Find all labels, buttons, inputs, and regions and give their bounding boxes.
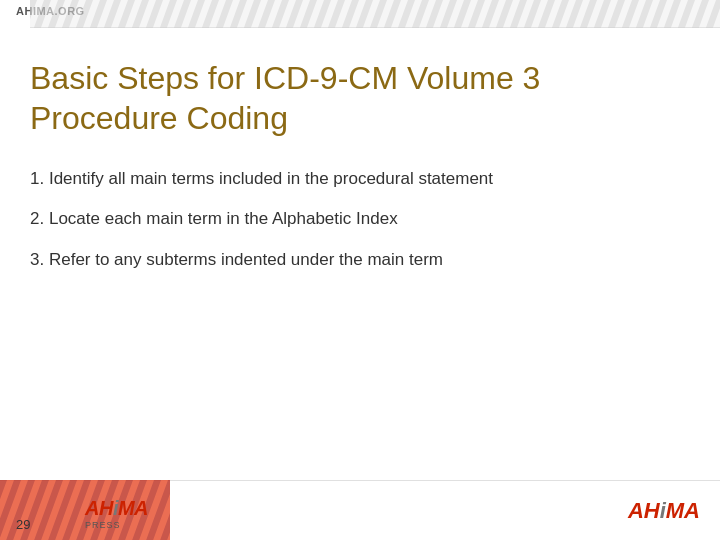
- bottom-bar: 29 AHiMA PRESS AHiMA: [0, 480, 720, 540]
- slide-title: Basic Steps for ICD-9-CM Volume 3 Proced…: [30, 58, 690, 138]
- press-label: PRESS: [85, 520, 121, 530]
- page-number: 29: [16, 517, 30, 532]
- top-bar: AHIMA.ORG: [0, 0, 720, 28]
- top-diagonal-pattern: [30, 0, 720, 28]
- ahima-press-logo: AHiMA PRESS: [85, 497, 148, 530]
- step-2: 2. Locate each main term in the Alphabet…: [30, 206, 690, 232]
- ahima-press-logo-text: AHiMA: [85, 497, 148, 519]
- step-1: 1. Identify all main terms included in t…: [30, 166, 690, 192]
- ahima-right-logo: AHiMA: [628, 498, 700, 524]
- step-3: 3. Refer to any subterms indented under …: [30, 247, 690, 273]
- slide-body: 1. Identify all main terms included in t…: [30, 166, 690, 273]
- svg-rect-2: [30, 0, 720, 28]
- main-content: Basic Steps for ICD-9-CM Volume 3 Proced…: [0, 28, 720, 480]
